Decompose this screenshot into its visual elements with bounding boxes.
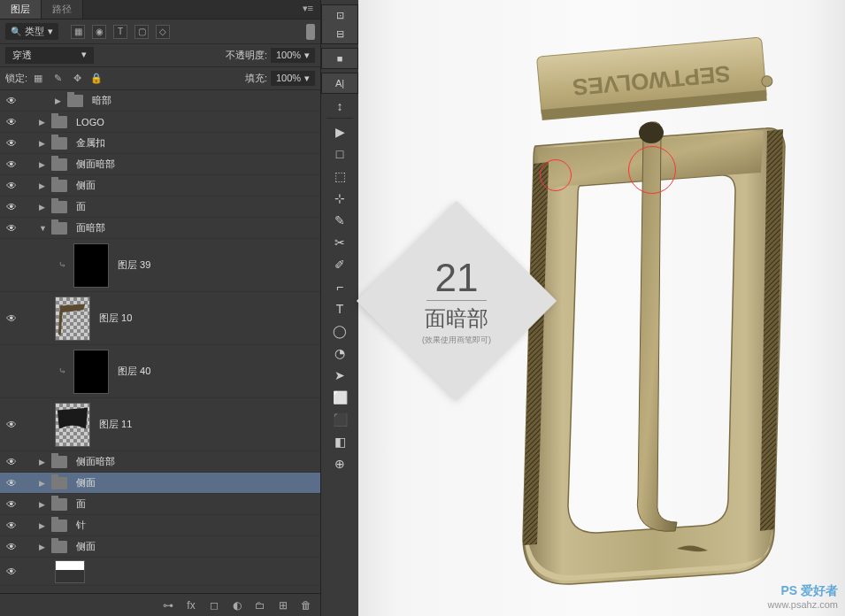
swatch-fg-icon[interactable]: ⬜ bbox=[326, 387, 353, 408]
scissors-tool-icon[interactable]: ✂ bbox=[326, 232, 353, 253]
layer-group[interactable]: 👁 ▶ 侧面暗部 bbox=[0, 154, 320, 175]
chevron-right-icon[interactable]: ▶ bbox=[55, 96, 64, 105]
chevron-right-icon[interactable]: ▶ bbox=[39, 458, 48, 466]
new-layer-icon[interactable]: ⊞ bbox=[276, 598, 290, 612]
mask-mode-icon[interactable]: ◧ bbox=[326, 431, 353, 452]
pie-tool-icon[interactable]: ◔ bbox=[326, 343, 353, 364]
layer-name: 侧面 bbox=[76, 540, 96, 553]
chevron-right-icon[interactable]: ▶ bbox=[39, 118, 48, 127]
layer-group[interactable]: 👁 ▶ 侧面 bbox=[0, 536, 320, 558]
layer-item[interactable]: 👁 bbox=[0, 558, 320, 586]
chevron-right-icon[interactable]: ▶ bbox=[39, 160, 48, 169]
layer-item[interactable]: 👁 图层 10 bbox=[0, 292, 320, 345]
arrow-tool-icon[interactable]: ➤ bbox=[326, 365, 353, 386]
visibility-toggle[interactable]: 👁 bbox=[4, 201, 19, 213]
visibility-toggle[interactable]: 👁 bbox=[4, 259, 19, 272]
layer-group[interactable]: 👁 ▶ 金属扣 bbox=[0, 133, 320, 154]
visibility-toggle[interactable]: 👁 bbox=[4, 158, 19, 171]
layer-group[interactable]: 👁 ▶ 侧面 bbox=[0, 175, 320, 196]
layer-group-selected[interactable]: 👁 ▶ 侧面 bbox=[0, 473, 320, 494]
chevron-right-icon[interactable]: ▶ bbox=[39, 203, 48, 212]
swatch-bg-icon[interactable]: ⬛ bbox=[326, 409, 353, 430]
pencil-tool-icon[interactable]: ✎ bbox=[326, 210, 353, 231]
play-tool-icon[interactable]: ▶ bbox=[326, 121, 353, 142]
ellipse-tool-icon[interactable]: ◯ bbox=[326, 320, 353, 342]
visibility-toggle[interactable]: 👁 bbox=[4, 180, 19, 192]
filter-adjust-icon[interactable]: ◉ bbox=[92, 25, 106, 39]
layer-group[interactable]: 👁 ▶ 面 bbox=[0, 494, 320, 515]
layer-mask-icon[interactable]: ◻ bbox=[207, 598, 221, 612]
visibility-toggle[interactable]: 👁 bbox=[4, 116, 19, 128]
visibility-toggle[interactable]: 👁 bbox=[4, 222, 19, 235]
chevron-right-icon[interactable]: ▶ bbox=[39, 479, 48, 488]
panel-icon[interactable]: ⊟ bbox=[326, 25, 353, 42]
heal-tool-icon[interactable]: ⊹ bbox=[326, 188, 353, 209]
opacity-input[interactable]: 100% ▾ bbox=[271, 48, 315, 63]
filter-pixel-icon[interactable]: ▦ bbox=[71, 25, 85, 39]
filter-text-icon[interactable]: T bbox=[113, 25, 127, 39]
panel-icon[interactable]: A| bbox=[326, 74, 353, 92]
visibility-toggle[interactable]: 👁 bbox=[4, 95, 19, 107]
chevron-right-icon[interactable]: ▶ bbox=[39, 500, 48, 509]
layer-group-open[interactable]: 👁 ▼ 面暗部 bbox=[0, 218, 320, 239]
type-tool-icon[interactable]: T bbox=[326, 298, 353, 320]
layer-item[interactable]: 👁 ⤷ 图层 39 bbox=[0, 239, 320, 292]
visibility-toggle[interactable]: 👁 bbox=[4, 312, 19, 325]
filter-toggle[interactable] bbox=[306, 24, 315, 40]
visibility-toggle[interactable]: 👁 bbox=[4, 419, 19, 431]
layer-group[interactable]: 👁 ▶ LOGO bbox=[0, 112, 320, 133]
folder-icon bbox=[51, 116, 67, 128]
delete-layer-icon[interactable]: 🗑 bbox=[299, 598, 313, 612]
chevron-down-icon: ▾ bbox=[304, 50, 310, 61]
panel-icon[interactable]: ■ bbox=[326, 50, 353, 67]
layer-name: 图层 11 bbox=[99, 418, 132, 431]
filter-kind-select[interactable]: 🔍 类型 ▾ bbox=[5, 23, 58, 40]
chevron-right-icon[interactable]: ▶ bbox=[39, 139, 48, 148]
chevron-right-icon[interactable]: ▶ bbox=[39, 181, 48, 190]
layer-group[interactable]: 👁 ▶ 面 bbox=[0, 196, 320, 218]
canvas-area: 21 面暗部 (效果使用画笔即可) bbox=[358, 0, 845, 616]
lock-position-icon[interactable]: ✥ bbox=[70, 72, 84, 86]
layer-thumbnail bbox=[73, 243, 109, 288]
ruler-tool-icon[interactable]: ⌐ bbox=[326, 276, 353, 297]
layer-fx-icon[interactable]: fx bbox=[184, 598, 198, 612]
tab-layers[interactable]: 图层 bbox=[0, 0, 42, 19]
lock-pixels-icon[interactable]: ▦ bbox=[31, 72, 45, 86]
lock-all-icon[interactable]: 🔒 bbox=[89, 72, 104, 86]
blend-mode-select[interactable]: 穿透 ▾ bbox=[5, 47, 94, 64]
panel-menu-icon[interactable]: ▾≡ bbox=[296, 0, 320, 19]
marquee-tool-icon[interactable]: □ bbox=[326, 143, 353, 165]
visibility-toggle[interactable]: 👁 bbox=[4, 541, 19, 553]
crop-tool-icon[interactable]: ⬚ bbox=[326, 166, 353, 187]
visibility-toggle[interactable]: 👁 bbox=[4, 456, 19, 468]
chevron-right-icon[interactable]: ▶ bbox=[39, 543, 48, 551]
link-layers-icon[interactable]: ⊶ bbox=[161, 598, 175, 612]
adjustment-layer-icon[interactable]: ◐ bbox=[230, 598, 244, 612]
layer-group[interactable]: 👁 ▶ 侧面暗部 bbox=[0, 451, 320, 473]
visibility-toggle[interactable]: 👁 bbox=[4, 366, 19, 378]
chevron-down-icon[interactable]: ▼ bbox=[39, 224, 48, 233]
svg-point-5 bbox=[639, 122, 664, 143]
tab-paths[interactable]: 路径 bbox=[42, 0, 83, 19]
new-group-icon[interactable]: 🗀 bbox=[253, 598, 267, 612]
move-tool-icon[interactable]: ↕ bbox=[326, 97, 353, 119]
visibility-toggle[interactable]: 👁 bbox=[4, 520, 19, 532]
lock-brush-icon[interactable]: ✎ bbox=[50, 72, 65, 86]
visibility-toggle[interactable]: 👁 bbox=[4, 566, 19, 578]
screen-mode-icon[interactable]: ⊕ bbox=[326, 453, 353, 474]
chevron-right-icon[interactable]: ▶ bbox=[39, 521, 48, 530]
layer-item[interactable]: 👁 图层 11 bbox=[0, 398, 320, 451]
folder-icon bbox=[51, 498, 67, 511]
visibility-toggle[interactable]: 👁 bbox=[4, 498, 19, 511]
panel-icon[interactable]: ⊡ bbox=[326, 6, 353, 24]
layer-tree[interactable]: 👁 ▶ 暗部 👁 ▶ LOGO 👁 ▶ bbox=[0, 90, 320, 593]
layer-group[interactable]: 👁 ▶ 针 bbox=[0, 515, 320, 536]
filter-shape-icon[interactable]: ▢ bbox=[134, 25, 149, 39]
layer-item[interactable]: 👁 ⤷ 图层 40 bbox=[0, 345, 320, 398]
visibility-toggle[interactable]: 👁 bbox=[4, 137, 19, 150]
eyedropper-tool-icon[interactable]: ✐ bbox=[326, 254, 353, 275]
layer-group[interactable]: 👁 ▶ 暗部 bbox=[0, 90, 320, 112]
fill-input[interactable]: 100% ▾ bbox=[271, 71, 315, 86]
filter-smart-icon[interactable]: ◇ bbox=[156, 25, 170, 39]
visibility-toggle[interactable]: 👁 bbox=[4, 477, 19, 489]
